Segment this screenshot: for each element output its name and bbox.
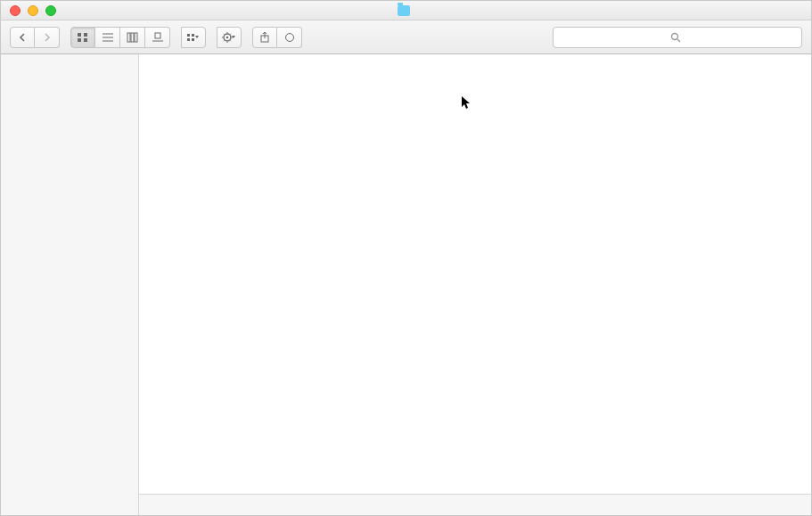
svg-rect-8: [131, 33, 134, 42]
view-switcher: [70, 27, 170, 48]
svg-rect-7: [127, 33, 130, 42]
svg-rect-13: [192, 34, 194, 37]
path-bar: [139, 494, 811, 515]
file-grid[interactable]: [139, 54, 811, 494]
icon-view-button[interactable]: [70, 27, 95, 48]
svg-rect-9: [135, 33, 137, 42]
sidebar: [1, 54, 139, 515]
minimize-button[interactable]: [28, 5, 38, 16]
titlebar: [1, 1, 811, 20]
window-title: [1, 5, 811, 16]
svg-rect-2: [78, 38, 81, 42]
list-view-button[interactable]: [95, 27, 120, 48]
zoom-button[interactable]: [45, 5, 56, 16]
tags-button[interactable]: [277, 27, 302, 48]
search-field[interactable]: [553, 27, 802, 48]
svg-rect-15: [192, 38, 194, 41]
svg-rect-14: [187, 38, 190, 41]
coverflow-view-button[interactable]: [145, 27, 170, 48]
folder-icon: [398, 5, 410, 16]
content-area: [139, 54, 811, 515]
svg-point-19: [285, 33, 293, 41]
svg-rect-3: [84, 38, 87, 42]
finder-window: [0, 0, 812, 516]
toolbar: [1, 20, 811, 54]
forward-button[interactable]: [35, 27, 60, 48]
svg-rect-12: [187, 34, 190, 37]
svg-rect-10: [155, 33, 160, 38]
arrange-button[interactable]: [181, 27, 206, 48]
column-view-button[interactable]: [120, 27, 145, 48]
share-button[interactable]: [252, 27, 277, 48]
close-button[interactable]: [10, 5, 21, 16]
svg-line-21: [677, 39, 680, 42]
svg-point-17: [226, 36, 228, 37]
svg-point-20: [672, 33, 678, 39]
nav-buttons: [10, 27, 60, 48]
svg-rect-0: [78, 33, 81, 37]
search-icon: [670, 32, 681, 43]
back-button[interactable]: [10, 27, 35, 48]
traffic-lights: [1, 5, 56, 16]
svg-rect-1: [84, 33, 87, 37]
action-button[interactable]: [217, 27, 242, 48]
